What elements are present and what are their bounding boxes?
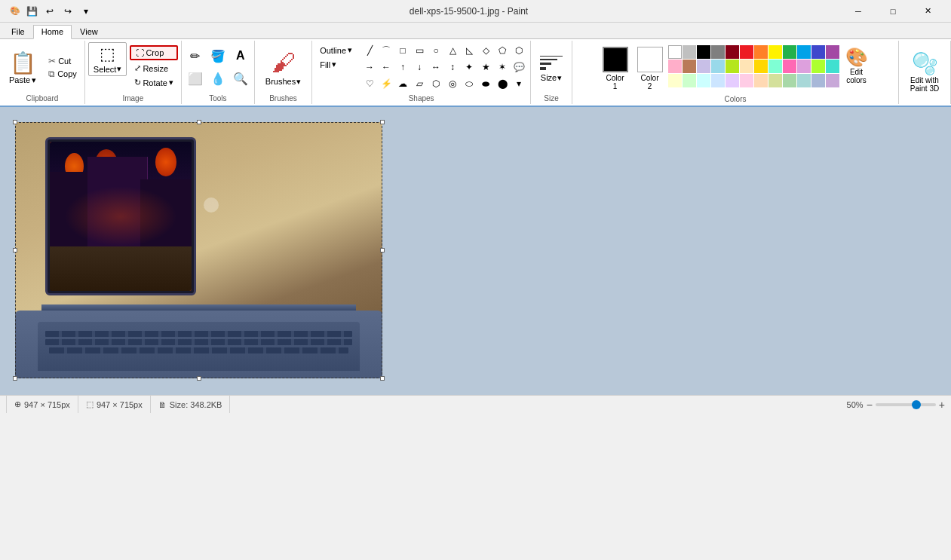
shape-triangle[interactable]: △ [444, 42, 461, 59]
shape-flowchart6[interactable]: ⬤ [494, 75, 511, 92]
handle-topmid[interactable] [197, 120, 201, 124]
outline-button[interactable]: Outline ▾ [315, 44, 357, 57]
shape-curve[interactable]: ⌒ [378, 42, 394, 59]
shape-line[interactable]: ╱ [361, 42, 378, 59]
color-gray[interactable] [711, 45, 725, 59]
handle-midright[interactable] [380, 248, 385, 252]
tab-home[interactable]: Home [33, 25, 72, 39]
handle-midleft[interactable] [13, 248, 17, 252]
brushes-button[interactable]: 🖌 Brushes ▾ [258, 46, 308, 90]
shapes-scroll-down[interactable]: ▾ [511, 75, 527, 92]
shape-flowchart4[interactable]: ⬭ [461, 75, 477, 92]
color-yellow[interactable] [768, 45, 782, 59]
shape-roundrect[interactable]: ▭ [411, 42, 428, 59]
zoom-out-button[interactable]: − [867, 399, 873, 411]
tab-file[interactable]: File [3, 25, 33, 39]
select-button[interactable]: ⬚ Select ▾ [88, 42, 127, 76]
color2-button[interactable]: Color2 [633, 44, 667, 93]
redo-button[interactable]: ↪ [60, 4, 75, 19]
color-lightyellow[interactable] [668, 74, 682, 87]
close-button[interactable]: ✕ [910, 0, 945, 23]
color-steel[interactable] [811, 74, 825, 87]
color-plum[interactable] [797, 60, 811, 73]
color-hotpink[interactable] [783, 60, 796, 73]
color-peach[interactable] [740, 60, 753, 73]
handle-bottomleft[interactable] [13, 376, 17, 381]
color-lightblue[interactable] [711, 74, 725, 87]
size-button[interactable]: Size ▾ [534, 50, 569, 86]
rotate-button[interactable]: ↻ Rotate ▾ [130, 76, 177, 89]
qat-dropdown-button[interactable]: ▾ [78, 4, 94, 19]
color-green[interactable] [783, 45, 796, 59]
crop-button[interactable]: ⛶ Crop [130, 45, 177, 60]
color-lightrose[interactable] [740, 74, 753, 87]
color-gold[interactable] [754, 60, 768, 73]
color-lightcyan[interactable] [697, 74, 710, 87]
save-button[interactable]: 💾 [24, 4, 39, 19]
shape-lightning[interactable]: ⚡ [378, 75, 394, 92]
zoom-thumb[interactable] [912, 400, 921, 409]
color-darkred[interactable] [726, 45, 739, 59]
shape-flowchart1[interactable]: ▱ [411, 75, 428, 92]
shape-star6[interactable]: ✶ [494, 59, 511, 75]
handle-bottommid[interactable] [197, 376, 201, 381]
shape-righttri[interactable]: ◺ [461, 42, 477, 59]
handle-topleft[interactable] [13, 120, 17, 124]
color-lime[interactable] [726, 60, 739, 73]
color-mauve[interactable] [826, 74, 839, 87]
shape-arrow-r[interactable]: → [361, 59, 378, 75]
maximize-button[interactable]: □ [876, 0, 910, 23]
fill-button[interactable]: Fill ▾ [315, 58, 357, 71]
shape-flowchart2[interactable]: ⬡ [428, 75, 444, 92]
shape-rect[interactable]: □ [394, 42, 411, 59]
color-lightorange[interactable] [754, 74, 768, 87]
shape-hexagon[interactable]: ⬡ [511, 42, 527, 59]
shape-arrow-l[interactable]: ← [378, 59, 394, 75]
shape-flowchart3[interactable]: ◎ [444, 75, 461, 92]
color-orange[interactable] [754, 45, 768, 59]
shape-cloud[interactable]: ☁ [394, 75, 411, 92]
resize-button[interactable]: ⤢ Resize [130, 62, 177, 75]
handle-topright[interactable] [380, 120, 385, 124]
shape-ellipse[interactable]: ○ [428, 42, 444, 59]
color-turquoise[interactable] [826, 60, 839, 73]
color-lightgreen[interactable] [683, 74, 696, 87]
tab-view[interactable]: View [72, 25, 106, 39]
handle-bottomright[interactable] [380, 376, 385, 381]
zoom-in-button[interactable]: + [939, 399, 945, 411]
paste-button[interactable]: 📋 Paste ▾ [3, 42, 42, 93]
shape-arrow-u[interactable]: ↑ [394, 59, 411, 75]
color-lavender[interactable] [697, 60, 710, 73]
fill-tool[interactable]: 🪣 [207, 45, 229, 66]
shape-4arrow[interactable]: ↔ [428, 59, 444, 75]
color-lightpink[interactable] [668, 60, 682, 73]
edit-colors-button[interactable]: 🎨 Editcolors [841, 44, 873, 87]
color-sage[interactable] [783, 74, 796, 87]
shape-4arrow2[interactable]: ↕ [444, 59, 461, 75]
color1-button[interactable]: Color1 [599, 44, 632, 93]
shape-flowchart5[interactable]: ⬬ [477, 75, 494, 92]
copy-button[interactable]: ⧉ Copy [45, 68, 80, 80]
color-aqua[interactable] [768, 60, 782, 73]
zoom-tool[interactable]: 🔍 [230, 68, 251, 89]
color-white[interactable] [668, 45, 682, 59]
color-cyan[interactable] [797, 45, 811, 59]
shape-star5[interactable]: ★ [477, 59, 494, 75]
zoom-slider[interactable] [876, 403, 936, 406]
minimize-button[interactable]: ─ [841, 0, 876, 23]
pencil-tool[interactable]: ✏ [185, 45, 206, 66]
cut-button[interactable]: ✂ Cut [45, 55, 80, 67]
shape-pentagon[interactable]: ⬠ [494, 42, 511, 59]
color-red[interactable] [740, 45, 753, 59]
shape-diamond[interactable]: ◇ [477, 42, 494, 59]
color-black[interactable] [697, 45, 710, 59]
color-skyblue[interactable] [711, 60, 725, 73]
color-brown[interactable] [683, 60, 696, 73]
color-greenyellow[interactable] [811, 60, 825, 73]
color-lightpurple[interactable] [726, 74, 739, 87]
color-purple[interactable] [826, 45, 839, 59]
undo-button[interactable]: ↩ [42, 4, 57, 19]
text-tool[interactable]: A [230, 45, 251, 66]
edit-with-paint3d-button[interactable]: 🫧 Edit withPaint 3D [902, 48, 947, 96]
shape-star4[interactable]: ✦ [461, 59, 477, 75]
